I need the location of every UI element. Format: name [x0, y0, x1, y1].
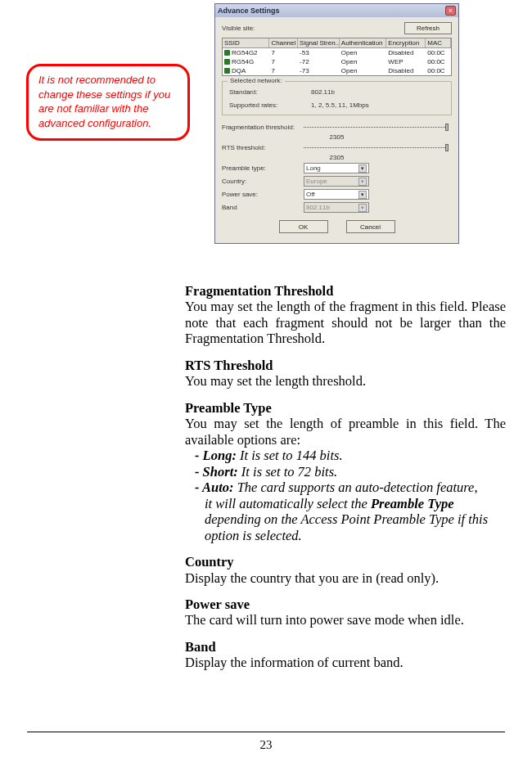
cancel-button[interactable]: Cancel — [346, 220, 395, 233]
preamble-label: Preamble type: — [222, 164, 304, 172]
power-save-label: Power save: — [222, 191, 304, 198]
heading-fragmentation: Fragmentation Threshold — [185, 283, 506, 299]
col-channel: Channel — [269, 38, 298, 47]
list-item: - Short: It is set to 72 bits. — [185, 464, 506, 480]
frag-threshold-slider[interactable] — [304, 124, 452, 132]
warning-callout: It is not recommended to change these se… — [26, 64, 190, 141]
standard-label: Standard: — [229, 88, 311, 96]
signal-icon — [224, 68, 230, 74]
band-select: 802.11b▾ — [304, 202, 369, 213]
signal-icon — [224, 59, 230, 65]
table-header: SSID Channel Signal Stren... Authenticat… — [223, 38, 451, 48]
rts-threshold-slider[interactable] — [304, 144, 452, 152]
heading-band: Band — [185, 639, 506, 655]
frag-threshold-label: Fragmentation threshold: — [222, 124, 304, 131]
list-item: - Long: It is set to 144 bits. — [185, 448, 506, 463]
col-enc: Encryption — [386, 38, 426, 47]
band-label: Band — [222, 204, 304, 211]
page-number: 23 — [0, 738, 532, 752]
close-icon[interactable]: × — [445, 6, 456, 16]
preamble-select[interactable]: Long▾ — [304, 163, 369, 173]
country-select: Europe▾ — [304, 176, 369, 187]
selected-network-group: Selected network: Standard: 802.11b Supp… — [222, 81, 452, 115]
text-fragmentation: You may set the length of the fragment i… — [185, 299, 506, 346]
table-row[interactable]: RG54G 7 -72 Open WEP 00:0C — [223, 57, 451, 66]
table-row[interactable]: DQA 7 -73 Open Disabled 00:0C — [223, 66, 451, 75]
advance-settings-dialog: Advance Settings × Visible site: Refresh… — [214, 3, 459, 269]
heading-power-save: Power save — [185, 597, 506, 612]
text-rts: You may set the length threshold. — [185, 373, 506, 389]
dialog-titlebar: Advance Settings × — [215, 4, 458, 17]
text-preamble-intro: You may set the length of preamble in th… — [185, 416, 506, 448]
footer-divider — [27, 732, 505, 732]
chevron-down-icon: ▾ — [358, 191, 367, 199]
visible-site-label: Visible site: — [222, 25, 282, 32]
col-ssid: SSID — [223, 38, 269, 47]
text-power-save: The card will turn into power save mode … — [185, 612, 506, 628]
supported-rates-label: Supported rates: — [229, 101, 311, 109]
rts-threshold-value: 2305 — [222, 154, 452, 161]
networks-table[interactable]: SSID Channel Signal Stren... Authenticat… — [222, 38, 452, 76]
heading-preamble: Preamble Type — [185, 400, 506, 416]
supported-rates-value: 1, 2, 5.5, 11, 1Mbps — [311, 101, 369, 109]
rts-threshold-label: RTS threshold: — [222, 144, 304, 151]
chevron-down-icon: ▾ — [358, 204, 367, 212]
col-auth: Authentication — [340, 38, 386, 47]
col-mac: MAC — [426, 38, 451, 47]
standard-value: 802.11b — [311, 88, 335, 96]
power-save-select[interactable]: Off▾ — [304, 189, 369, 200]
signal-icon — [224, 50, 230, 56]
country-label: Country: — [222, 178, 304, 185]
text-country: Display the country that you are in (rea… — [185, 570, 506, 586]
refresh-button[interactable]: Refresh — [404, 22, 452, 34]
col-signal: Signal Stren... — [298, 38, 340, 47]
heading-rts: RTS Threshold — [185, 358, 506, 373]
dialog-title: Advance Settings — [218, 7, 445, 15]
chevron-down-icon: ▾ — [358, 164, 367, 173]
preamble-options-list: - Long: It is set to 144 bits. - Short: … — [185, 448, 506, 543]
group-label: Selected network: — [228, 77, 285, 84]
ok-button[interactable]: OK — [279, 220, 328, 233]
table-row[interactable]: RG54G2 7 -53 Open Disabled 00:0C — [223, 48, 451, 57]
chevron-down-icon: ▾ — [358, 178, 367, 186]
list-item: - Auto: The card supports an auto-detect… — [185, 480, 506, 543]
document-body: Fragmentation Threshold You may set the … — [185, 275, 506, 671]
text-band: Display the information of current band. — [185, 655, 506, 670]
heading-country: Country — [185, 554, 506, 570]
warning-text: It is not recommended to change these se… — [38, 74, 170, 129]
frag-threshold-value: 2305 — [222, 133, 452, 141]
